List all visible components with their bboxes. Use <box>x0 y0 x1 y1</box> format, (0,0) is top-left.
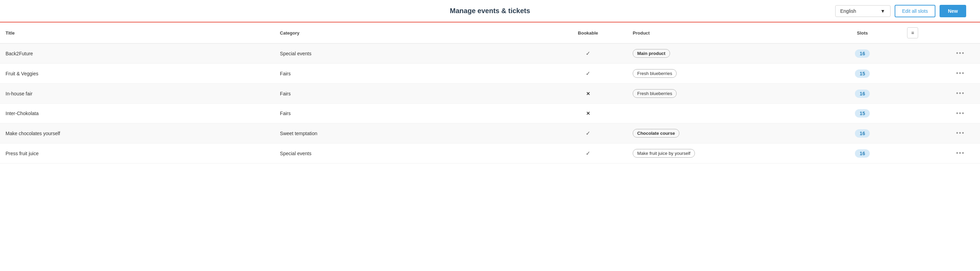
cell-product: Make fruit juice by yourself <box>627 143 823 164</box>
cell-actions: ••• <box>941 84 980 104</box>
cell-product: Fresh blueberries <box>627 84 823 104</box>
table-row: In-house fairFairs✕Fresh blueberries16••… <box>0 84 980 104</box>
table-row: Fruit & VeggiesFairs✓Fresh blueberries15… <box>0 64 980 84</box>
cell-category: Fairs <box>274 84 549 104</box>
cell-settings <box>902 143 940 164</box>
cross-icon: ✕ <box>586 111 590 116</box>
edit-all-slots-button[interactable]: Edit all slots <box>895 5 936 17</box>
cell-product: Chocolate course <box>627 123 823 143</box>
cell-actions: ••• <box>941 43 980 64</box>
checkmark-icon: ✓ <box>586 150 590 156</box>
cell-actions: ••• <box>941 143 980 164</box>
col-header-settings: ≡ <box>902 22 940 43</box>
cell-title: Inter-Chokolata <box>0 104 274 123</box>
slots-badge: 15 <box>855 70 870 78</box>
cell-bookable: ✓ <box>549 143 627 164</box>
row-menu-icon[interactable]: ••• <box>956 90 965 97</box>
cell-bookable: ✓ <box>549 43 627 64</box>
cell-slots: 16 <box>823 43 902 64</box>
cell-category: Fairs <box>274 104 549 123</box>
cell-product: Fresh blueberries <box>627 64 823 84</box>
slots-badge: 16 <box>855 89 870 98</box>
table-row: Back2FutureSpecial events✓Main product16… <box>0 43 980 64</box>
table-settings-icon[interactable]: ≡ <box>907 27 918 38</box>
slots-badge: 16 <box>855 149 870 158</box>
cell-actions: ••• <box>941 104 980 123</box>
cell-slots: 15 <box>823 104 902 123</box>
language-selector[interactable]: English ▼ <box>835 5 891 17</box>
cell-title: Back2Future <box>0 43 274 64</box>
cross-icon: ✕ <box>586 91 590 96</box>
col-header-bookable: Bookable <box>549 22 627 43</box>
cell-category: Special events <box>274 143 549 164</box>
cell-bookable: ✓ <box>549 64 627 84</box>
cell-bookable: ✕ <box>549 84 627 104</box>
language-label: English <box>840 8 856 14</box>
new-button[interactable]: New <box>940 5 966 17</box>
page-header: Manage events & tickets English ▼ Edit a… <box>0 0 980 22</box>
col-header-product: Product <box>627 22 823 43</box>
row-menu-icon[interactable]: ••• <box>956 130 965 137</box>
product-badge: Fresh blueberries <box>633 69 676 78</box>
slots-badge: 15 <box>855 109 870 118</box>
product-badge: Make fruit juice by yourself <box>633 149 695 158</box>
cell-actions: ••• <box>941 123 980 143</box>
col-header-slots: Slots <box>823 22 902 43</box>
row-menu-icon[interactable]: ••• <box>956 70 965 77</box>
cell-settings <box>902 123 940 143</box>
table-row: Inter-ChokolataFairs✕15••• <box>0 104 980 123</box>
page-title: Manage events & tickets <box>450 7 530 15</box>
product-badge: Fresh blueberries <box>633 89 676 98</box>
cell-settings <box>902 43 940 64</box>
events-table-container: Title Category Bookable Product Slots ≡ … <box>0 22 980 164</box>
cell-category: Fairs <box>274 64 549 84</box>
table-header-row: Title Category Bookable Product Slots ≡ <box>0 22 980 43</box>
cell-title: In-house fair <box>0 84 274 104</box>
cell-settings <box>902 84 940 104</box>
checkmark-icon: ✓ <box>586 51 590 56</box>
cell-product: Main product <box>627 43 823 64</box>
cell-actions: ••• <box>941 64 980 84</box>
col-header-title: Title <box>0 22 274 43</box>
checkmark-icon: ✓ <box>586 130 590 136</box>
col-header-actions <box>941 22 980 43</box>
cell-title: Fruit & Veggies <box>0 64 274 84</box>
row-menu-icon[interactable]: ••• <box>956 150 965 156</box>
checkmark-icon: ✓ <box>586 70 590 77</box>
product-badge: Main product <box>633 49 670 58</box>
product-badge: Chocolate course <box>633 129 679 137</box>
cell-slots: 16 <box>823 84 902 104</box>
cell-category: Special events <box>274 43 549 64</box>
cell-product <box>627 104 823 123</box>
cell-title: Make chocolates yourself <box>0 123 274 143</box>
events-table: Title Category Bookable Product Slots ≡ … <box>0 22 980 164</box>
table-row: Press fruit juiceSpecial events✓Make fru… <box>0 143 980 164</box>
cell-title: Press fruit juice <box>0 143 274 164</box>
slots-badge: 16 <box>855 129 870 137</box>
col-header-category: Category <box>274 22 549 43</box>
slots-badge: 16 <box>855 49 870 58</box>
cell-slots: 15 <box>823 64 902 84</box>
cell-settings <box>902 64 940 84</box>
cell-bookable: ✕ <box>549 104 627 123</box>
cell-category: Sweet temptation <box>274 123 549 143</box>
cell-settings <box>902 104 940 123</box>
row-menu-icon[interactable]: ••• <box>956 110 965 117</box>
row-menu-icon[interactable]: ••• <box>956 50 965 57</box>
cell-slots: 16 <box>823 123 902 143</box>
table-row: Make chocolates yourselfSweet temptation… <box>0 123 980 143</box>
cell-bookable: ✓ <box>549 123 627 143</box>
cell-slots: 16 <box>823 143 902 164</box>
chevron-down-icon: ▼ <box>880 8 885 14</box>
header-controls: English ▼ Edit all slots New <box>835 5 967 17</box>
